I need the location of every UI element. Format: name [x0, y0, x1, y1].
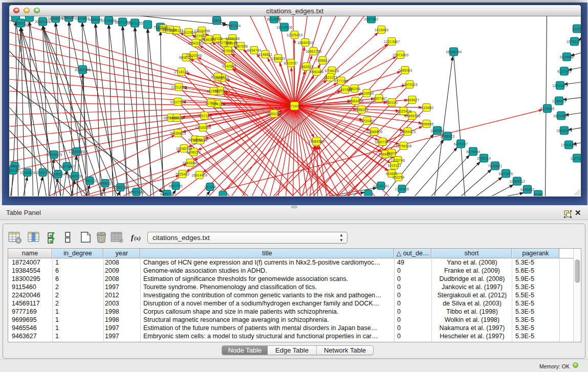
svg-text:20053346: 20053346 — [74, 68, 90, 72]
svg-text:19218506: 19218506 — [276, 26, 292, 29]
svg-text:10107553: 10107553 — [169, 100, 185, 104]
svg-text:20364456: 20364456 — [347, 99, 363, 103]
svg-text:2967608: 2967608 — [233, 45, 247, 48]
svg-text:11409946: 11409946 — [182, 161, 198, 165]
svg-text:10654112: 10654112 — [509, 180, 525, 183]
svg-text:2935114: 2935114 — [477, 157, 491, 160]
svg-text:19166825: 19166825 — [169, 132, 185, 135]
svg-text:845061: 845061 — [9, 164, 20, 168]
svg-text:(x): (x) — [134, 235, 141, 242]
svg-text:3624554: 3624554 — [359, 92, 373, 95]
svg-text:7485063: 7485063 — [398, 69, 411, 72]
svg-text:16046738: 16046738 — [176, 147, 191, 150]
svg-text:15720407: 15720407 — [359, 119, 375, 123]
svg-text:1733426: 1733426 — [395, 187, 408, 191]
svg-text:10671355: 10671355 — [126, 21, 142, 25]
svg-text:10688609: 10688609 — [366, 130, 382, 134]
svg-text:9186: 9186 — [534, 193, 542, 196]
svg-text:1654936: 1654936 — [169, 116, 183, 120]
svg-text:10975867: 10975867 — [58, 165, 74, 168]
svg-text:8990448: 8990448 — [309, 70, 323, 74]
svg-text:8454749: 8454749 — [247, 49, 260, 52]
svg-text:9146821: 9146821 — [258, 53, 272, 56]
svg-text:117004: 117004 — [205, 101, 217, 105]
svg-text:8215955: 8215955 — [540, 107, 554, 111]
svg-text:9896127: 9896127 — [179, 56, 192, 59]
svg-text:939159: 939159 — [9, 169, 19, 172]
svg-text:8322037: 8322037 — [284, 61, 297, 65]
svg-text:2718126: 2718126 — [174, 70, 188, 74]
svg-text:157164: 157164 — [204, 185, 215, 189]
svg-text:10853257: 10853257 — [60, 16, 76, 19]
svg-text:17957223: 17957223 — [81, 179, 97, 183]
svg-text:19756928: 19756928 — [395, 144, 411, 148]
svg-text:9627502: 9627502 — [192, 34, 206, 38]
svg-text:17016504: 17016504 — [560, 143, 576, 147]
svg-text:9329966: 9329966 — [559, 55, 573, 59]
svg-text:9463627: 9463627 — [405, 98, 419, 102]
svg-text:6497568: 6497568 — [338, 88, 352, 92]
svg-text:19384554: 19384554 — [308, 140, 324, 143]
svg-text:10973493: 10973493 — [392, 53, 408, 57]
svg-text:10507487: 10507487 — [371, 97, 386, 100]
svg-text:14055712: 14055712 — [12, 21, 28, 25]
svg-text:12505135: 12505135 — [67, 174, 82, 178]
svg-text:12213369: 12213369 — [170, 85, 186, 89]
svg-text:19654923: 19654923 — [399, 130, 415, 134]
svg-text:12923446: 12923446 — [128, 190, 144, 194]
svg-text:10958107: 10958107 — [97, 182, 113, 185]
svg-text:3675685: 3675685 — [221, 49, 234, 53]
svg-text:8031144: 8031144 — [211, 75, 225, 79]
svg-text:1615483: 1615483 — [374, 28, 388, 32]
svg-text:7357224: 7357224 — [226, 24, 240, 28]
svg-text:1145194: 1145194 — [51, 172, 65, 176]
svg-text:11123: 11123 — [572, 27, 581, 31]
svg-text:11156829: 11156829 — [19, 171, 35, 174]
svg-text:13226058: 13226058 — [193, 29, 209, 33]
svg-text:19495756: 19495756 — [404, 114, 420, 118]
svg-text:16914409: 16914409 — [191, 173, 207, 177]
svg-text:9115460: 9115460 — [420, 106, 433, 110]
svg-text:96707: 96707 — [386, 151, 397, 155]
svg-text:152160: 152160 — [385, 101, 397, 104]
svg-text:8660124: 8660124 — [162, 28, 176, 32]
svg-text:18724007: 18724007 — [286, 104, 302, 108]
svg-text:1498222: 1498222 — [186, 150, 200, 154]
svg-text:1388520: 1388520 — [271, 57, 285, 60]
svg-text:16543362: 16543362 — [187, 41, 203, 45]
svg-text:9427552: 9427552 — [206, 90, 220, 93]
svg-text:1244413: 1244413 — [552, 99, 565, 103]
svg-text:15751074: 15751074 — [566, 40, 580, 43]
svg-text:2087682: 2087682 — [364, 17, 378, 21]
svg-text:9474444: 9474444 — [466, 150, 480, 154]
svg-text:8465468: 8465468 — [225, 37, 239, 40]
svg-text:15692971: 15692971 — [556, 129, 572, 133]
svg-text:12325419: 12325419 — [286, 33, 302, 37]
svg-text:9857791: 9857791 — [168, 184, 182, 188]
svg-text:9245652: 9245652 — [520, 188, 534, 191]
svg-text:18300295: 18300295 — [266, 112, 281, 116]
svg-text:6479197: 6479197 — [453, 142, 467, 146]
svg-text:9227349: 9227349 — [557, 70, 571, 73]
svg-text:8878334: 8878334 — [193, 139, 207, 142]
svg-text:9242845: 9242845 — [222, 64, 235, 68]
svg-text:7632621: 7632621 — [488, 164, 502, 168]
svg-text:7955812: 7955812 — [315, 59, 329, 62]
svg-text:924851: 924851 — [385, 172, 397, 176]
svg-text:17359926: 17359926 — [68, 150, 84, 154]
svg-text:14136141: 14136141 — [373, 184, 388, 188]
svg-text:9777169: 9777169 — [334, 79, 347, 83]
svg-text:1640954: 1640954 — [430, 129, 444, 133]
svg-text:8186323: 8186323 — [201, 38, 215, 41]
svg-text:7625402: 7625402 — [175, 172, 189, 176]
svg-text:20691406: 20691406 — [34, 20, 50, 24]
svg-text:252254: 252254 — [392, 176, 404, 179]
svg-text:20206535: 20206535 — [46, 153, 61, 157]
svg-text:1527602: 1527602 — [75, 17, 89, 20]
svg-text:8938923: 8938923 — [440, 135, 454, 138]
svg-text:1621072: 1621072 — [323, 76, 337, 79]
svg-text:16961758: 16961758 — [305, 50, 321, 53]
svg-text:16782759: 16782759 — [112, 186, 128, 189]
svg-text:8471676: 8471676 — [498, 172, 512, 176]
svg-text:1015112: 1015112 — [387, 164, 401, 167]
